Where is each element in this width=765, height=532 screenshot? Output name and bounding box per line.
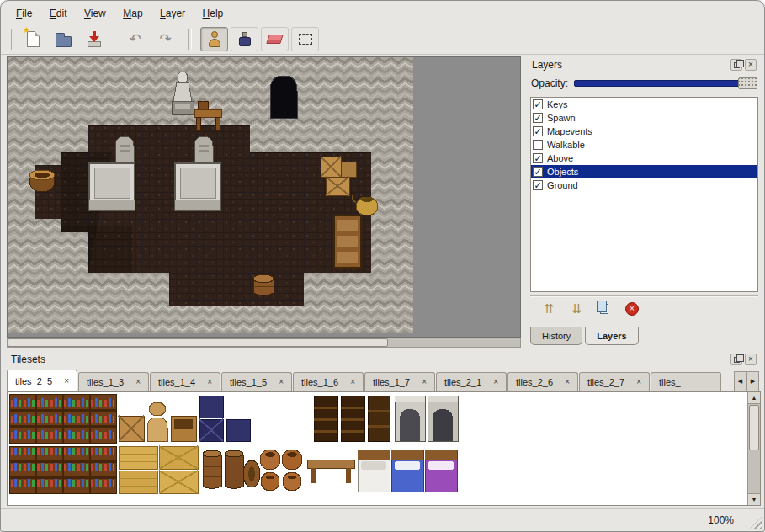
stamp-tool-button[interactable] [200,27,228,51]
tilesets-float-button[interactable] [730,354,742,365]
tileset-vscrollbar[interactable]: ▲ ▼ [747,392,760,505]
menu-view[interactable]: View [77,5,113,22]
tab-close-icon[interactable]: × [279,378,284,386]
layer-visibility-checkbox[interactable] [533,140,543,150]
tab-close-icon[interactable]: × [422,378,427,386]
layers-panel: Layers × Opacity: ✓ Keys ✓ Spawn ✓ Mapev… [528,56,761,347]
tileset-tab-tiles-2-1[interactable]: tiles_2_1× [436,372,507,391]
opacity-slider-handle[interactable] [738,77,757,89]
resize-grip[interactable] [750,517,762,529]
layers-close-button[interactable]: × [745,59,757,71]
checkbox-glyph: ✓ [534,167,541,177]
opacity-slider[interactable] [574,77,757,89]
tileset-tab-tiles-1-3[interactable]: tiles_1_3× [78,372,149,391]
layer-actions: ⇈ ⇊ × [530,295,758,321]
tab-close-icon[interactable]: × [493,378,498,386]
layer-visibility-checkbox[interactable]: ✓ [533,99,543,109]
redo-button[interactable]: ↷ [151,27,179,51]
layer-row-keys[interactable]: ✓ Keys [531,98,757,111]
tileset-tab-tiles-1-4[interactable]: tiles_1_4× [150,372,220,391]
statusbar: 100% [1,508,764,531]
map-hscrollbar-thumb[interactable] [8,338,388,347]
rect-select-tool-button[interactable] [291,27,319,51]
toolbar-handle[interactable] [8,29,12,50]
app-window: File Edit View Map Layer Help ★ ↶ ↷ [0,0,765,532]
right-arrow-icon: ▶ [751,378,755,385]
tab-close-icon[interactable]: × [64,377,69,386]
map-hscrollbar[interactable] [7,338,521,348]
tabs-scroll-right-button[interactable]: ▶ [746,371,759,391]
layer-row-above[interactable]: ✓ Above [531,152,757,165]
tileset-tab-tiles-1-6[interactable]: tiles_1_6× [293,372,364,391]
save-icon [87,31,102,47]
layer-row-mapevents[interactable]: ✓ Mapevents [531,125,757,138]
eraser-tool-button[interactable] [261,27,289,51]
zoom-level: 100% [708,514,734,526]
close-icon: × [748,355,753,364]
tileset-tab-tiles-2-5[interactable]: tiles_2_5× [7,370,77,391]
tiles-navy-crates [199,396,250,441]
tabs-scroll-left-button[interactable]: ◀ [734,371,746,391]
layer-duplicate-button[interactable] [594,300,614,318]
tilesets-panel-header[interactable]: Tilesets × [7,351,761,368]
scroll-down-button[interactable]: ▼ [748,493,760,505]
tileset-tab-tiles-2-6[interactable]: tiles_2_6× [507,372,578,391]
tileset-vscrollbar-thumb[interactable] [749,405,759,450]
menu-layer[interactable]: Layer [153,5,192,22]
menu-map[interactable]: Map [116,5,149,22]
layer-row-spawn[interactable]: ✓ Spawn [531,111,757,125]
selection-rect-icon [299,34,312,45]
tileset-tab-tiles-1-5[interactable]: tiles_1_5× [221,372,292,391]
layer-row-walkable[interactable]: Walkable [531,138,757,152]
open-button[interactable] [50,27,77,51]
layer-visibility-checkbox[interactable]: ✓ [533,167,543,177]
toolbar: ★ ↶ ↷ [1,24,764,55]
tab-layers[interactable]: Layers [585,327,638,345]
fill-tool-button[interactable] [231,27,258,51]
layer-delete-button[interactable]: × [622,300,642,318]
tileset-tab-truncated[interactable]: tiles_ [651,372,721,391]
layer-visibility-checkbox[interactable]: ✓ [533,180,543,190]
new-file-button[interactable]: ★ [19,27,47,51]
tilesets-close-button[interactable]: × [745,354,757,365]
tab-close-icon[interactable]: × [636,378,641,386]
undo-button[interactable]: ↶ [121,27,149,51]
close-icon: × [748,61,753,69]
save-button[interactable] [80,27,108,51]
eraser-icon [266,35,284,44]
tileset-tab-tiles-2-7[interactable]: tiles_2_7× [579,372,650,391]
move-up-icon: ⇈ [544,301,555,317]
opacity-label: Opacity: [531,77,568,89]
menu-file[interactable]: File [9,5,39,22]
up-arrow-icon: ▲ [752,395,757,401]
layers-float-button[interactable] [730,59,742,71]
layer-visibility-checkbox[interactable]: ✓ [533,113,543,123]
tileset-view[interactable]: ▲ ▼ [7,391,761,506]
menu-edit[interactable]: Edit [43,5,74,22]
layer-visibility-checkbox[interactable]: ✓ [533,153,543,163]
tab-close-icon[interactable]: × [207,378,212,386]
tab-history[interactable]: History [530,327,582,345]
dock-tabs: History Layers [530,327,641,345]
map-canvas[interactable] [7,56,521,338]
tab-close-icon[interactable]: × [135,378,141,386]
layer-move-up-button[interactable]: ⇈ [539,300,559,318]
tileset-image[interactable] [9,394,459,495]
layer-label: Walkable [547,140,585,150]
menubar: File Edit View Map Layer Help [4,5,230,24]
menu-help[interactable]: Help [196,5,231,22]
cabinet-object [334,215,361,268]
layer-label: Keys [547,99,567,109]
map-area [7,56,521,348]
scroll-up-button[interactable]: ▲ [748,392,760,404]
altar-block-object [175,163,220,210]
layer-visibility-checkbox[interactable]: ✓ [533,126,543,136]
layer-row-ground[interactable]: ✓ Ground [531,178,757,192]
tab-close-icon[interactable]: × [350,378,355,386]
layer-row-objects[interactable]: ✓ Objects [531,165,757,178]
gravestone-object [194,136,213,165]
layer-move-down-button[interactable]: ⇊ [566,300,587,318]
layers-panel-header[interactable]: Layers × [528,56,761,73]
tileset-tab-tiles-1-7[interactable]: tiles_1_7× [364,372,435,391]
tab-close-icon[interactable]: × [565,378,570,386]
